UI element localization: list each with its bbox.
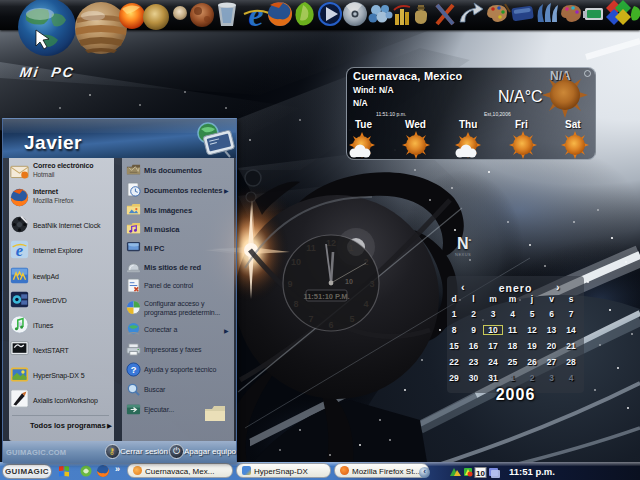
- svg-text:3: 3: [369, 279, 374, 289]
- svg-text:12: 12: [326, 238, 336, 248]
- svg-text:1: 1: [348, 243, 353, 253]
- svg-text:10: 10: [345, 278, 353, 285]
- svg-text:6: 6: [328, 320, 333, 330]
- svg-text:11: 11: [306, 243, 316, 253]
- svg-text:4: 4: [363, 299, 368, 309]
- svg-text:9: 9: [287, 279, 292, 289]
- svg-text:8: 8: [293, 299, 298, 309]
- svg-text:?: ?: [131, 365, 137, 375]
- svg-text:e: e: [16, 241, 23, 259]
- svg-text:e: e: [248, 0, 263, 33]
- svg-text:7: 7: [308, 314, 313, 324]
- svg-text:5: 5: [349, 314, 354, 324]
- svg-text:10: 10: [476, 469, 485, 478]
- svg-text:10: 10: [291, 257, 301, 267]
- svg-text:2: 2: [363, 257, 368, 267]
- svg-text:11:51:10 P.M.: 11:51:10 P.M.: [303, 292, 349, 301]
